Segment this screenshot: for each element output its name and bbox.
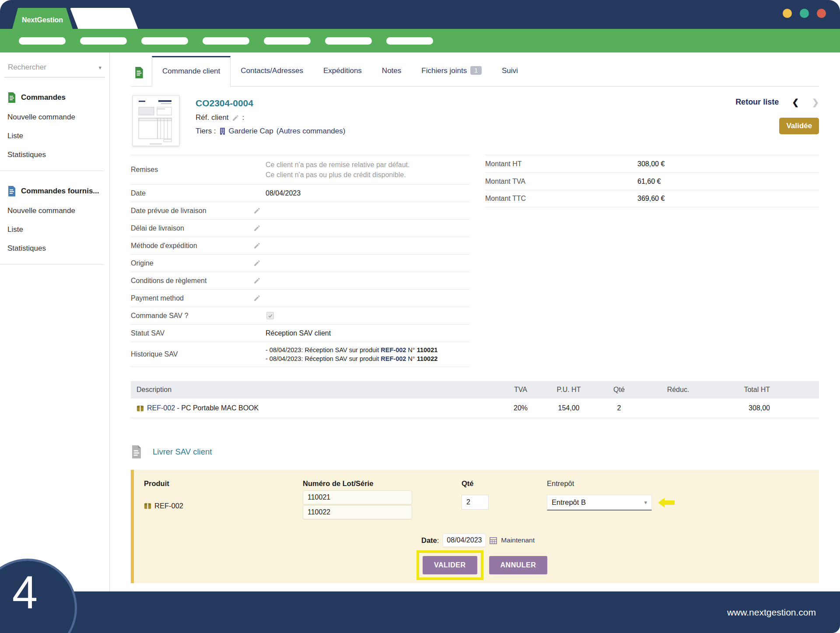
sidebar-item-liste[interactable]: Liste [0,132,109,140]
field-row-statut-sav: Statut SAV Réception SAV client [131,324,469,342]
history-mid: N° [406,346,416,353]
highlight-box: VALIDER [416,550,483,580]
status-validee-button[interactable]: Validée [779,118,819,134]
retour-liste-link[interactable]: Retour liste [735,98,779,107]
sidebar-section-title: Commandes fournis... [21,187,99,196]
col-description: Description [131,386,499,394]
sidebar-divider [0,171,104,171]
title-bar: NextGestion [0,0,840,29]
ref-client-label: Réf. client [196,113,229,122]
pencil-icon[interactable] [232,114,239,122]
previous-order-chevron-icon[interactable]: ❮ [792,97,799,107]
autres-commandes-link[interactable]: (Autres commandes) [276,127,346,136]
next-order-chevron-icon[interactable]: ❯ [812,97,819,107]
valider-button[interactable]: VALIDER [423,556,477,574]
field-row-commande-sav: Commande SAV ? [131,307,469,324]
footer-url: www.nextgestion.com [727,607,816,618]
minimize-button[interactable] [783,9,792,18]
pencil-icon[interactable] [253,224,261,232]
entrepot-select[interactable]: Entrepôt B ▾ [547,495,652,511]
line-qte: 2 [595,404,643,412]
document-icon [131,445,142,458]
field-row-conditions-reglement: Conditions de règlement [131,272,469,289]
remises-hint-line2: Ce client n'a pas ou plus de crédit disp… [266,171,406,178]
sidebar-item-statistiques[interactable]: Statistiques [0,150,109,159]
chevron-down-icon: ▾ [644,499,647,506]
field-label: Historique SAV [131,347,253,362]
tab-suivi[interactable]: Suivi [492,56,528,86]
deliver-date-label: Date [421,536,437,544]
deliver-sav-panel: Produit REF-002 Numéro de Lot/Série Qté [131,470,819,583]
footer-bar: www.nextgestion.com [0,591,840,633]
field-label: Statut SAV [131,326,253,341]
tab-fichiers-joints[interactable]: Fichiers joints1 [411,56,492,86]
date-value: 08/04/2023 [253,189,301,197]
sidebar-item-liste-fournisseur[interactable]: Liste [0,225,109,234]
pencil-icon[interactable] [253,207,261,214]
pencil-icon[interactable] [253,259,261,267]
total-row-tva: Montant TVA 61,60 € [485,172,819,190]
produit-column: Produit REF-002 [144,479,303,519]
order-info: CO2304-0004 Réf. client : Tiers : Garder… [196,95,345,149]
remises-hint-line1: Ce client n'a pas de remise relative par… [266,161,410,168]
pencil-icon[interactable] [253,242,261,249]
calendar-icon[interactable] [490,537,497,544]
pencil-icon[interactable] [253,294,261,302]
field-row-date-prevue: Date prévue de livraison [131,202,469,219]
sidebar-section-commandes[interactable]: Commandes [0,92,109,103]
product-ref-link[interactable]: REF-002 [147,404,175,412]
pencil-icon[interactable] [253,277,261,284]
sidebar-section-title: Commandes [21,93,66,102]
tab-bar: Commande client Contacts/Adresses Expédi… [131,56,819,87]
annotation-arrow-left-icon [658,497,675,508]
total-value: 61,60 € [637,178,661,185]
qty-input[interactable] [462,495,489,510]
product-description: - PC Portable MAC BOOK [175,404,259,412]
brand-name: NextGestion [22,16,63,24]
tiers-line: Tiers : Garderie Cap (Autres commandes) [196,127,345,136]
maximize-button[interactable] [800,9,809,18]
tab-contacts-adresses[interactable]: Contacts/Adresses [231,56,313,86]
sidebar-item-nouvelle-commande-fournisseur[interactable]: Nouvelle commande [0,206,109,215]
field-label: Date [131,186,253,201]
tab-expeditions[interactable]: Expéditions [313,56,372,86]
lot-column: Numéro de Lot/Série [303,479,462,519]
sav-checkbox[interactable] [266,312,274,319]
total-label: Montant HT [485,160,637,168]
tiers-name-link[interactable]: Garderie Cap [229,127,273,136]
tab-commande-client[interactable]: Commande client [152,56,231,87]
line-total-ht: 308,00 [713,404,819,412]
field-label: Payment method [131,291,253,306]
order-totals: Montant HT 308,00 € Montant TVA 61,60 € … [485,155,819,207]
lot-serial-input-2[interactable] [303,505,412,519]
qty-header: Qté [462,479,547,488]
field-label: Origine [131,256,253,271]
field-row-origine: Origine [131,254,469,272]
maintenant-link[interactable]: Maintenant [501,536,535,544]
sidebar-section-commandes-fournisseurs[interactable]: Commandes fournis... [0,186,109,196]
table-row[interactable]: REF-002 - PC Portable MAC BOOK 20% 154,0… [131,399,819,418]
field-row-remises: Remises Ce client n'a pas de remise rela… [131,155,469,184]
line-pu-ht: 154,00 [542,404,595,412]
chevron-down-icon: ▾ [98,64,102,71]
close-button[interactable] [817,9,826,18]
line-tva: 20% [499,404,542,412]
field-label: Commande SAV ? [131,308,253,323]
invoice-thumbnail[interactable] [133,95,179,146]
tab-notes[interactable]: Notes [372,56,411,86]
order-header: CO2304-0004 Réf. client : Tiers : Garder… [131,95,819,149]
window-controls [783,9,826,18]
deliver-date-input[interactable] [443,534,486,547]
main-content: Commande client Contacts/Adresses Expédi… [110,52,840,591]
annuler-button[interactable]: ANNULER [489,556,548,574]
ref-client-line: Réf. client : [196,113,345,122]
search-placeholder: Rechercher [8,63,46,72]
history-prefix: - 08/04/2023: Réception SAV sur produit [266,355,381,362]
sidebar-item-statistiques-fournisseur[interactable]: Statistiques [0,244,109,253]
col-reduc: Réduc. [643,386,713,394]
lot-serial-input-1[interactable] [303,490,412,504]
search-input[interactable]: Rechercher ▾ [4,59,105,77]
menu-placeholder [141,37,188,45]
deliver-sav-title-link[interactable]: Livrer SAV client [153,447,212,457]
sidebar-item-nouvelle-commande[interactable]: Nouvelle commande [0,113,109,122]
